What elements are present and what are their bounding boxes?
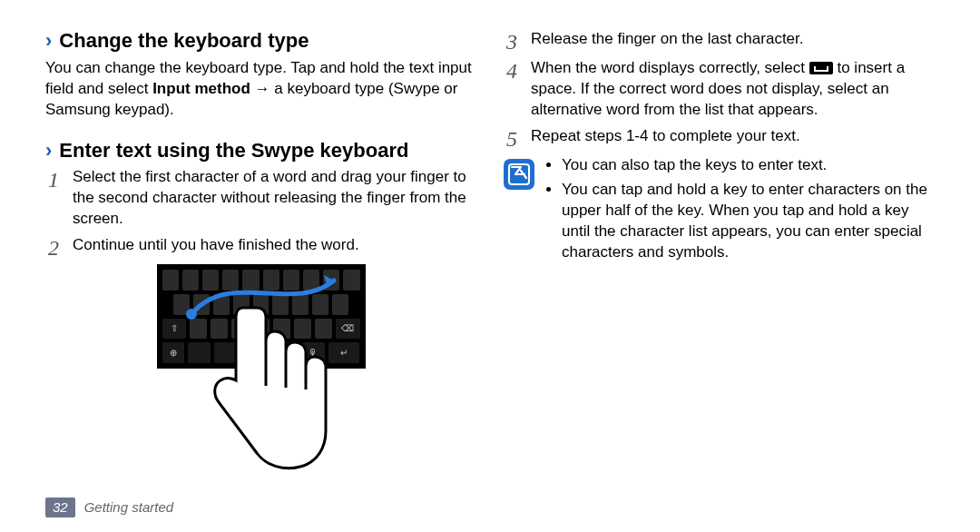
section-heading-change-keyboard: › Change the keyboard type (45, 27, 476, 54)
section1-body: You can change the keyboard type. Tap an… (45, 58, 476, 121)
step-text: Continue until you have finished the wor… (73, 235, 476, 256)
spacebar-icon (809, 62, 833, 74)
keyboard-illustration: ⇧ ⌫ ⊕ 🎙 ↵ (157, 264, 366, 369)
mic-key-icon: 🎙 (302, 342, 325, 363)
globe-key-icon: ⊕ (162, 342, 185, 363)
left-column: › Change the keyboard type You can chang… (45, 25, 476, 369)
chevron-icon: › (45, 137, 52, 164)
right-column: 3 Release the finger on the last charact… (504, 25, 935, 369)
page-number: 32 (45, 498, 75, 517)
step-number: 2 (45, 235, 62, 259)
step-number: 5 (504, 126, 520, 150)
page-footer: 32 Getting started (45, 498, 173, 517)
step-text: Repeat steps 1-4 to complete your text. (531, 126, 935, 147)
note-item: You can tap and hold a key to enter char… (562, 180, 935, 263)
note-box: You can also tap the keys to enter text.… (504, 155, 935, 267)
chevron-icon: › (45, 27, 52, 54)
note-icon (504, 159, 534, 190)
manual-page: › Change the keyboard type You can chang… (0, 0, 980, 532)
section-heading-swype: › Enter text using the Swype keyboard (45, 137, 476, 164)
swype-keyboard-figure: ⇧ ⌫ ⊕ 🎙 ↵ (139, 264, 384, 369)
footer-label: Getting started (84, 498, 173, 517)
step-5: 5 Repeat steps 1-4 to complete your text… (504, 126, 935, 150)
step-2: 2 Continue until you have finished the w… (45, 235, 476, 259)
backspace-key-icon: ⌫ (336, 319, 360, 340)
shift-key-icon: ⇧ (162, 319, 187, 340)
step-1: 1 Select the first character of a word a… (45, 167, 476, 230)
step-text: When the word displays correctly, select… (531, 58, 935, 121)
step-text: Release the finger on the last character… (531, 29, 935, 50)
note-list: You can also tap the keys to enter text.… (545, 155, 935, 267)
body-bold: Input method (152, 80, 250, 97)
step-number: 1 (45, 167, 62, 191)
note-item: You can also tap the keys to enter text. (562, 155, 935, 176)
step-3: 3 Release the finger on the last charact… (504, 29, 935, 53)
step-4: 4 When the word displays correctly, sele… (504, 58, 935, 121)
section-title: Enter text using the Swype keyboard (59, 137, 408, 164)
section-title: Change the keyboard type (59, 27, 309, 54)
step-number: 3 (504, 29, 520, 53)
spacebar-key (214, 342, 272, 363)
step-number: 4 (504, 58, 520, 82)
step4-pre: When the word displays correctly, select (531, 59, 809, 76)
columns: › Change the keyboard type You can chang… (45, 25, 935, 369)
step-text: Select the first character of a word and… (73, 167, 476, 230)
enter-key-icon: ↵ (328, 342, 360, 363)
